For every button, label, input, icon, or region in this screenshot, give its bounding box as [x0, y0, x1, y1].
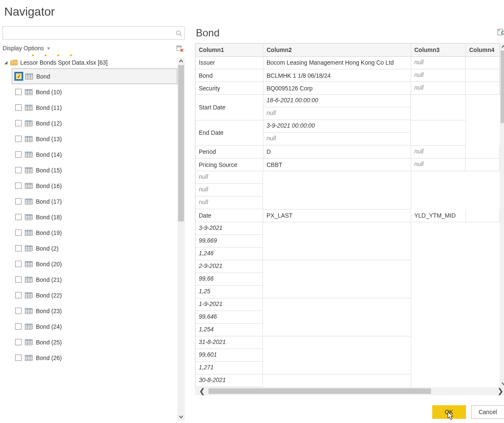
- svg-rect-37: [25, 152, 33, 153]
- table-icon: [25, 74, 33, 79]
- tree-item[interactable]: Bond (26): [12, 350, 177, 366]
- preview-vertical-scrollbar[interactable]: [500, 43, 504, 387]
- scroll-right-icon[interactable]: ❯: [494, 387, 504, 395]
- search-input[interactable]: [3, 30, 173, 36]
- ok-button[interactable]: OK: [432, 405, 466, 419]
- column-header[interactable]: Column1: [195, 44, 263, 56]
- checkbox[interactable]: [15, 198, 22, 205]
- checkbox[interactable]: [15, 183, 22, 189]
- table-cell: [263, 171, 411, 210]
- tree-item[interactable]: Bond (14): [12, 147, 177, 162]
- search-icon[interactable]: [173, 27, 184, 39]
- tree-item[interactable]: Bond (21): [12, 272, 177, 287]
- scroll-left-icon[interactable]: ❮: [195, 387, 209, 395]
- checkbox[interactable]: [15, 89, 22, 95]
- tree-item[interactable]: Bond (16): [12, 178, 177, 194]
- tree-item[interactable]: Bond (18): [12, 209, 177, 225]
- svg-rect-109: [25, 339, 33, 341]
- scroll-thumb[interactable]: [501, 51, 504, 123]
- column-header[interactable]: Column4: [466, 44, 499, 56]
- column-header[interactable]: Column2: [263, 44, 411, 56]
- search-box[interactable]: [3, 26, 185, 40]
- scroll-down-icon[interactable]: [177, 413, 185, 420]
- tree-root-file[interactable]: ◢ Lessor Bonds Spot Data.xlsx [63]: [3, 57, 177, 68]
- display-options-dropdown[interactable]: Display Options ▼: [3, 45, 51, 52]
- table-cell: null: [195, 184, 263, 196]
- checkbox[interactable]: [15, 355, 22, 361]
- table-row: Pricing SourceCBBTnull: [195, 158, 499, 171]
- checkbox[interactable]: [15, 308, 22, 314]
- preview-horizontal-scrollbar[interactable]: ❮ ❯: [195, 387, 504, 395]
- tree-item[interactable]: Bond (13): [12, 131, 177, 147]
- tree-item[interactable]: Bond (24): [12, 319, 177, 334]
- table-cell: 3-9-2021 00:00:00: [263, 120, 411, 133]
- scroll-thumb[interactable]: [178, 65, 184, 221]
- tree-vertical-scrollbar[interactable]: [177, 57, 185, 420]
- table-icon: [25, 261, 33, 267]
- table-header-row: Column1Column2Column3Column4: [195, 44, 499, 56]
- table-cell: null: [411, 146, 466, 158]
- table-cell: Bocom Leasing Management Hong Kong Co Lt…: [263, 56, 411, 69]
- svg-rect-97: [25, 308, 33, 309]
- clear-selection-icon[interactable]: [176, 44, 184, 52]
- checkbox[interactable]: [15, 136, 22, 142]
- checkbox[interactable]: [15, 276, 22, 283]
- table-row: PeriodDnull: [195, 145, 499, 158]
- tree-item[interactable]: ✓Bond: [12, 68, 177, 84]
- tree-item-label: Bond (26): [36, 355, 62, 361]
- table-cell: D: [263, 145, 411, 158]
- table-cell: [466, 69, 499, 82]
- collapse-toggle-icon[interactable]: ◢: [4, 60, 8, 65]
- table-cell: 99,66: [195, 273, 263, 286]
- tree-item-label: Bond (11): [36, 104, 62, 111]
- tree-item[interactable]: Bond (11): [12, 100, 177, 115]
- checkbox[interactable]: [15, 261, 22, 267]
- svg-rect-19: [25, 105, 33, 106]
- tree-item[interactable]: Bond (25): [12, 334, 177, 350]
- table-cell: [466, 82, 499, 95]
- checkbox[interactable]: [15, 120, 22, 126]
- svg-rect-73: [25, 246, 33, 247]
- tree-item[interactable]: Bond (23): [12, 303, 177, 319]
- tree-item[interactable]: Bond (2): [12, 240, 177, 256]
- refresh-preview-icon[interactable]: [496, 28, 504, 38]
- tree-item[interactable]: Bond (17): [12, 194, 177, 209]
- scroll-thumb[interactable]: [209, 388, 431, 394]
- tree-item-label: Bond (10): [36, 89, 62, 96]
- table-icon: [25, 152, 33, 158]
- tree-item-label: Bond (15): [36, 167, 62, 174]
- column-header[interactable]: Column3: [411, 44, 466, 56]
- table-row: nullnullnull: [195, 171, 499, 210]
- tree-item-label: Bond (24): [36, 323, 62, 330]
- checkbox[interactable]: [15, 151, 22, 158]
- scroll-up-icon[interactable]: [500, 43, 504, 51]
- tree-item[interactable]: Bond (19): [12, 225, 177, 240]
- checkbox[interactable]: [15, 323, 22, 330]
- scroll-down-icon[interactable]: [500, 379, 504, 387]
- scroll-up-icon[interactable]: [177, 57, 185, 65]
- checkbox[interactable]: [15, 292, 22, 298]
- tree-item-label: Bond (14): [36, 151, 62, 158]
- page-title: Navigator: [3, 2, 501, 26]
- tree-item[interactable]: Bond (15): [12, 162, 177, 178]
- checkbox[interactable]: [15, 214, 22, 220]
- tree-item[interactable]: Bond (10): [12, 84, 177, 100]
- loading-dots: [3, 53, 185, 57]
- checkbox[interactable]: [15, 229, 22, 236]
- tree-item[interactable]: Bond (12): [12, 115, 177, 131]
- table-icon: [25, 230, 33, 236]
- table-cell: 99,601: [195, 349, 263, 362]
- svg-rect-67: [25, 230, 33, 231]
- checkbox[interactable]: [15, 245, 22, 251]
- table-cell: 18-6-2021 00:00:00: [263, 95, 411, 107]
- checkbox[interactable]: [15, 104, 22, 111]
- tree-item[interactable]: Bond (22): [12, 287, 177, 303]
- checkbox[interactable]: [15, 167, 22, 173]
- cancel-button[interactable]: Cancel: [471, 405, 504, 419]
- table-row: 3-9-202199,6691,246: [195, 222, 499, 260]
- table-icon: [25, 324, 33, 330]
- table-cell: Start Date: [195, 95, 263, 120]
- checkbox[interactable]: ✓: [16, 73, 22, 79]
- tree-item[interactable]: Bond (20): [12, 256, 177, 272]
- checkbox[interactable]: [15, 339, 22, 345]
